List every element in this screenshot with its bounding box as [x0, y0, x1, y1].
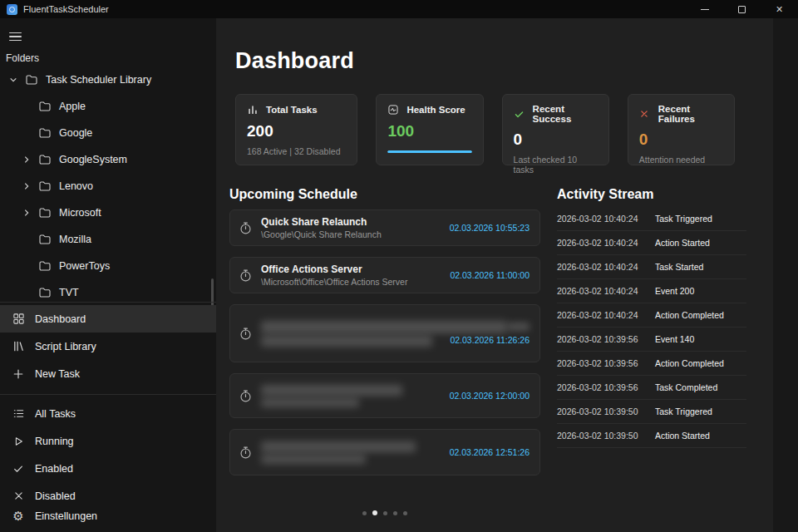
folder-icon — [38, 286, 52, 299]
activity-event: Event 140 — [655, 334, 746, 344]
activity-event: Action Started — [655, 431, 746, 441]
chevron-right-icon[interactable] — [22, 208, 32, 218]
activity-time: 2026-03-02 10:40:24 — [557, 310, 655, 320]
folder-icon — [38, 206, 52, 219]
folder-icon — [38, 233, 52, 246]
activity-row: 2026-03-02 10:40:24 Event 200 — [557, 279, 746, 303]
pagination-dot[interactable] — [383, 511, 387, 515]
tree-item-label: Google — [59, 127, 92, 139]
chevron-right-icon[interactable] — [22, 181, 32, 191]
dashboard-icon — [11, 313, 26, 325]
sidebar-item-settings[interactable]: ⚙ Einstellungen — [0, 502, 216, 530]
close-button[interactable]: ✕ — [761, 0, 798, 18]
activity-event: Event 200 — [655, 286, 746, 296]
plus-icon — [11, 368, 26, 380]
pagination-dot[interactable] — [362, 511, 367, 515]
tree-item-googlesystem[interactable]: GoogleSystem — [0, 146, 216, 173]
pagination-dot[interactable] — [393, 511, 397, 515]
tree-item-apple[interactable]: Apple — [0, 93, 216, 120]
schedule-item-name: Office Actions Server — [261, 264, 441, 275]
tree-item-google[interactable]: Google — [0, 120, 216, 146]
card-subtitle: 168 Active | 32 Disabled — [247, 146, 346, 156]
stopwatch-icon — [239, 389, 253, 403]
stopwatch-icon — [239, 268, 253, 283]
sidebar-filters: All Tasks Running Enabled Disabled — [0, 400, 216, 510]
stopwatch-icon — [239, 327, 253, 341]
main-content: Dashboard Total Tasks 200 168 Active | 3… — [216, 18, 798, 532]
tree-item-label: Lenovo — [59, 180, 93, 192]
gear-icon: ⚙ — [11, 510, 26, 522]
tree-item-microsoft[interactable]: Microsoft — [0, 200, 216, 226]
activity-stream-heading: Activity Stream — [557, 187, 746, 202]
chevron-right-icon[interactable] — [22, 155, 32, 165]
redacted-text-block — [508, 323, 530, 331]
folder-icon — [38, 259, 52, 273]
page-title: Dashboard — [235, 48, 354, 74]
activity-event: Action Completed — [655, 358, 746, 368]
minimize-icon — [701, 9, 709, 10]
schedule-item-redacted[interactable]: 02.03.2026 12:51:26 — [229, 429, 540, 475]
window-title: FluentTaskScheduler — [23, 4, 109, 14]
sidebar-item-label: Enabled — [35, 463, 73, 475]
sidebar-item-enabled[interactable]: Enabled — [0, 455, 216, 482]
play-icon — [11, 436, 26, 447]
sidebar-item-label: All Tasks — [35, 408, 76, 420]
library-icon — [11, 340, 26, 352]
tree-item-powertoys[interactable]: PowerToys — [0, 253, 216, 279]
schedule-item-redacted[interactable]: 02.03.2026 11:26:26 — [229, 304, 540, 362]
activity-row: 2026-03-02 10:39:50 Task Triggered — [557, 400, 746, 424]
sidebar-item-new-task[interactable]: New Task — [0, 360, 216, 387]
tree-item-task-scheduler-library[interactable]: Task Scheduler Library — [0, 66, 216, 93]
schedule-item-time: 02.03.2026 11:26:26 — [450, 335, 530, 345]
activity-time: 2026-03-02 10:40:24 — [557, 214, 655, 224]
sidebar-item-label: New Task — [35, 368, 80, 380]
activity-event: Task Completed — [655, 382, 746, 392]
sidebar-item-label: Einstellungen — [35, 510, 97, 522]
activity-row: 2026-03-02 10:40:24 Task Started — [557, 255, 746, 279]
pagination-dot[interactable] — [403, 511, 407, 515]
card-recent-success: Recent Success 0 Last checked 10 tasks — [502, 94, 609, 165]
schedule-item[interactable]: Quick Share Relaunch \Google\Quick Share… — [229, 209, 540, 246]
upcoming-schedule-heading: Upcoming Schedule — [229, 187, 540, 202]
schedule-list: Quick Share Relaunch \Google\Quick Share… — [229, 209, 540, 475]
activity-row: 2026-03-02 10:39:56 Task Completed — [557, 376, 746, 400]
bar-chart-icon — [247, 104, 259, 116]
maximize-button[interactable] — [723, 0, 761, 18]
card-health-score: Health Score 100 — [376, 94, 483, 165]
chevron-down-icon[interactable] — [8, 75, 18, 85]
tree-item-lenovo[interactable]: Lenovo — [0, 173, 216, 200]
activity-row: 2026-03-02 10:40:24 Action Completed — [557, 303, 746, 328]
schedule-item-time: 02.03.2026 11:00:00 — [450, 270, 530, 280]
activity-time: 2026-03-02 10:39:56 — [557, 358, 655, 368]
schedule-item-redacted[interactable]: 02.03.2026 12:00:00 — [229, 373, 540, 418]
sidebar-item-all-tasks[interactable]: All Tasks — [0, 400, 216, 427]
card-recent-failures: Recent Failures 0 Attention needed — [628, 94, 735, 165]
sidebar-item-running[interactable]: Running — [0, 427, 216, 455]
health-progress-bar — [387, 150, 471, 153]
activity-event: Task Triggered — [655, 406, 746, 416]
upcoming-schedule-section: Upcoming Schedule Quick Share Relaunch \… — [229, 187, 540, 486]
stopwatch-icon — [239, 446, 253, 460]
schedule-item-name: Quick Share Relaunch — [261, 216, 441, 228]
activity-row: 2026-03-02 10:39:50 Action Started — [557, 424, 746, 448]
activity-event: Task Started — [655, 262, 746, 272]
activity-time: 2026-03-02 10:39:56 — [557, 382, 655, 392]
redacted-text-block — [261, 441, 416, 452]
sidebar-item-script-library[interactable]: Script Library — [0, 332, 216, 360]
card-subtitle: Last checked 10 tasks — [514, 155, 598, 175]
sidebar-item-dashboard[interactable]: Dashboard — [0, 305, 216, 332]
minimize-button[interactable] — [686, 0, 723, 18]
activity-event: Action Started — [655, 238, 746, 248]
hamburger-menu-button[interactable] — [9, 27, 31, 46]
sidebar-item-label: Script Library — [35, 341, 96, 352]
stopwatch-icon — [239, 221, 253, 235]
tree-item-tvt[interactable]: TVT — [0, 279, 216, 301]
activity-stream-section: Activity Stream 2026-03-02 10:40:24 Task… — [557, 187, 746, 448]
pagination-dot-active[interactable] — [372, 510, 377, 515]
activity-row: 2026-03-02 10:39:56 Event 140 — [557, 328, 746, 352]
tree-item-mozilla[interactable]: Mozilla — [0, 226, 216, 253]
app-icon — [7, 4, 17, 15]
card-value: 200 — [247, 122, 346, 140]
schedule-item[interactable]: Office Actions Server \Microsoft\Office\… — [229, 257, 540, 293]
pagination-dots — [229, 510, 540, 515]
